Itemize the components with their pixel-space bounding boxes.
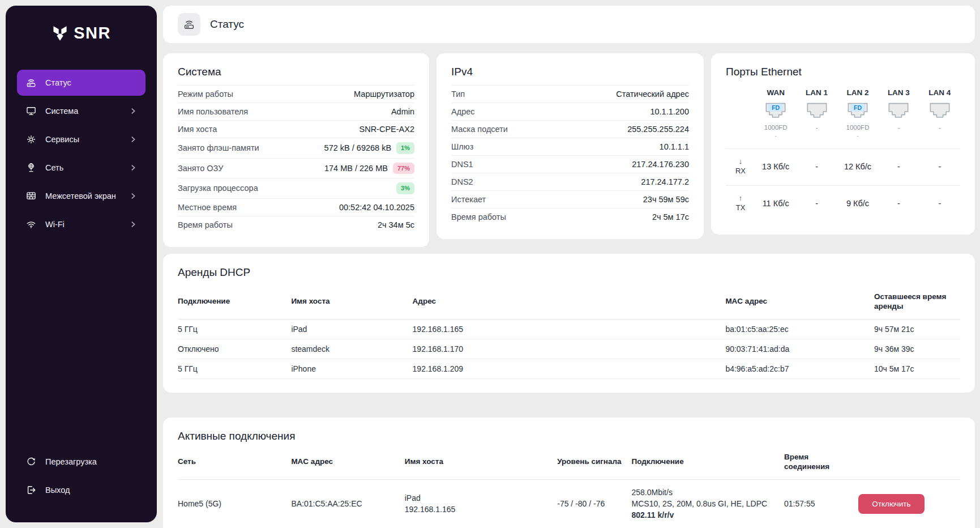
- sidebar-item-logout[interactable]: Выход: [17, 477, 145, 503]
- chevron-right-icon: [129, 220, 137, 228]
- row-value: 00:52:42 04.10.2025: [339, 203, 414, 212]
- row-label: Имя пользователя: [178, 107, 248, 116]
- row-value: Статический адрес: [616, 90, 689, 99]
- sidebar-item-status[interactable]: Статус: [17, 70, 145, 96]
- tx-value-wan: 11 Кб/с: [755, 186, 796, 221]
- row-value: Admin: [391, 107, 414, 116]
- dhcp-header-mac: MAC адрес: [725, 284, 874, 320]
- port-sub: -: [755, 132, 796, 139]
- app-layout: SNR Статус Система: [0, 0, 980, 528]
- conn-link-mcs: MCS10, 2S, 20M, 0.8us GI, HE, LDPC: [632, 498, 780, 509]
- page-header: Статус: [163, 6, 975, 43]
- dhcp-cell-host: iPhone: [291, 359, 412, 378]
- firewall-icon: [25, 190, 37, 202]
- ethernet-ports-card: Порты Ethernet WAN FD 1000FD - LAN 1: [711, 53, 975, 235]
- sidebar: SNR Статус Система: [6, 6, 157, 522]
- conn-cell-network: Home5 (5G): [178, 479, 291, 528]
- dhcp-cell-connection: Отключено: [178, 339, 291, 359]
- dhcp-cell-lease: 10ч 5м 17с: [874, 359, 960, 378]
- row-label: Время работы: [178, 220, 233, 229]
- row-label: Загрузка процессора: [178, 184, 258, 193]
- sidebar-item-label: Wi-Fi: [45, 220, 121, 229]
- chevron-right-icon: [129, 135, 137, 143]
- sidebar-item-reboot[interactable]: Перезагрузка: [17, 449, 145, 475]
- port-sub: [878, 132, 919, 139]
- tx-label-text: TX: [736, 203, 746, 213]
- dhcp-cell-lease: 9ч 36м 39с: [874, 339, 960, 359]
- port-lan1: LAN 1 -: [796, 88, 837, 139]
- dhcp-cell-mac: b4:96:a5:ad:2c:b7: [725, 359, 874, 378]
- port-sub: -: [837, 132, 878, 139]
- monitor-icon: [25, 105, 37, 117]
- row-value: SNR-CPE-AX2: [360, 125, 415, 134]
- port-name: LAN 4: [919, 88, 960, 97]
- ipv4-row: DNS1 217.24.176.230: [451, 156, 689, 173]
- row-label: Истекает: [451, 195, 486, 204]
- row-value: 23ч 59м 59с: [643, 195, 689, 204]
- row-value: 10.1.1.200: [650, 107, 689, 116]
- port-speed: 1000FD: [755, 124, 796, 131]
- conn-link-rate: 258.0Mbit/s: [632, 487, 780, 498]
- sidebar-item-label: Межсетевой экран: [45, 191, 121, 201]
- conn-cell-signal: -75 / -80 / -76: [557, 479, 631, 528]
- conn-header-mac: MAC адрес: [291, 445, 404, 480]
- row-label: DNS2: [451, 177, 473, 186]
- row-label: Шлюз: [451, 142, 473, 151]
- tx-row-label: ↑ TX: [726, 186, 755, 221]
- port-speed: -: [878, 124, 919, 131]
- sidebar-item-firewall[interactable]: Межсетевой экран: [17, 183, 145, 209]
- router-icon: [25, 77, 37, 88]
- rx-value-wan: 13 Кб/с: [755, 149, 796, 184]
- sidebar-item-network[interactable]: Сеть: [17, 155, 145, 181]
- system-row: Режим работы Маршрутизатор: [178, 86, 414, 103]
- brand-name: SNR: [74, 24, 111, 42]
- ipv4-row: Истекает 23ч 59м 59с: [451, 191, 689, 208]
- port-name: LAN 1: [796, 88, 837, 97]
- row-value: 174 MB / 226 MB 77%: [324, 163, 414, 174]
- wifi-icon: [25, 219, 37, 230]
- port-speed: -: [919, 124, 960, 131]
- dhcp-cell-address: 192.168.1.170: [413, 339, 726, 359]
- conn-cell-time: 01:57:55: [784, 479, 858, 528]
- conn-host-ip: 192.168.1.165: [405, 504, 553, 515]
- sidebar-item-system[interactable]: Система: [17, 98, 145, 124]
- rx-value-lan3: -: [878, 149, 919, 184]
- cpu-load-badge: 3%: [396, 182, 414, 194]
- sidebar-item-wifi[interactable]: Wi-Fi: [17, 211, 145, 237]
- row-label: DNS1: [451, 160, 473, 169]
- dhcp-leases-card: Аренды DHCP Подключение Имя хоста Адрес …: [163, 254, 975, 393]
- conn-cell-link: 258.0Mbit/s MCS10, 2S, 20M, 0.8us GI, HE…: [632, 479, 784, 528]
- port-lan2: LAN 2 FD 1000FD -: [837, 88, 878, 139]
- sidebar-item-label: Сервисы: [45, 135, 121, 144]
- row-value: Маршрутизатор: [354, 90, 414, 99]
- ipv4-row: Шлюз 10.1.1.1: [451, 138, 689, 156]
- row-value: 255.255.255.224: [627, 125, 689, 134]
- ethernet-card-title: Порты Ethernet: [726, 66, 960, 80]
- dhcp-row: 5 ГГц iPad 192.168.1.165 ba:01:c5:aa:25:…: [178, 319, 960, 339]
- flash-usage-badge: 1%: [396, 142, 414, 154]
- system-row: Имя пользователя Admin: [178, 103, 414, 121]
- dhcp-header-lease: Оставшееся время аренды: [874, 284, 960, 320]
- sidebar-item-label: Сеть: [45, 163, 121, 172]
- dhcp-cell-connection: 5 ГГц: [178, 319, 291, 339]
- dhcp-cell-host: steamdeck: [291, 339, 412, 359]
- system-row: Занято флэш-памяти 572 kB / 69268 kB 1%: [178, 138, 414, 159]
- port-sub: [796, 132, 837, 139]
- sidebar-item-label: Выход: [45, 486, 137, 495]
- port-name: WAN: [755, 88, 796, 97]
- sidebar-item-services[interactable]: Сервисы: [17, 126, 145, 152]
- dhcp-row: 5 ГГц iPhone 192.168.1.209 b4:96:a5:ad:2…: [178, 359, 960, 378]
- dhcp-cell-connection: 5 ГГц: [178, 359, 291, 378]
- ethernet-port-icon: FD: [837, 102, 878, 121]
- system-row: Загрузка процессора 3%: [178, 178, 414, 199]
- disconnect-button[interactable]: Отключить: [858, 494, 924, 514]
- tx-arrow-icon: ↑: [739, 194, 743, 203]
- dhcp-cell-address: 192.168.1.209: [413, 359, 726, 378]
- row-label: Местное время: [178, 203, 237, 212]
- conn-header-link: Подключение: [632, 445, 784, 480]
- conn-header-network: Сеть: [178, 445, 291, 480]
- conn-header-time: Время соединения: [784, 445, 858, 480]
- dhcp-cell-address: 192.168.1.165: [413, 319, 726, 339]
- row-value: 3%: [391, 182, 414, 194]
- ipv4-card-title: IPv4: [451, 66, 689, 86]
